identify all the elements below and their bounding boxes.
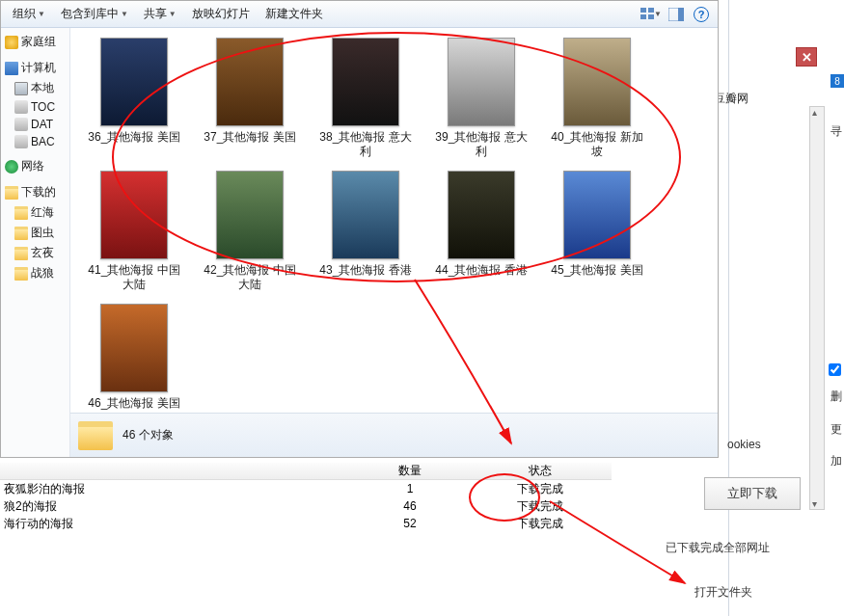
sidebar-homegroup[interactable]: 家庭组 (3, 32, 68, 52)
sidebar-folder[interactable]: 红海 (13, 202, 68, 223)
side-panel: ✕ 8 浏览豆瓣网 寻 删 更 ookies 加 (728, 0, 844, 616)
sidebar-folder[interactable]: 图虫 (13, 223, 68, 243)
sidebar-label: 本地 (31, 80, 54, 96)
thumbnail-item[interactable]: 37_其他海报 美国 (204, 38, 296, 159)
toolbar-include[interactable]: 包含到库中 ▼ (55, 4, 134, 24)
sidebar-label: 战狼 (31, 265, 54, 281)
toolbar-label: 组织 (13, 6, 36, 22)
sidebar-drive[interactable]: BAC (13, 133, 68, 150)
home-icon (5, 36, 18, 49)
thumbnail-label: 41_其他海报 中国大陆 (88, 263, 180, 292)
help-button[interactable]: ? (691, 4, 712, 25)
sidebar-network[interactable]: 网络 (3, 156, 68, 176)
sidebar-folder[interactable]: 玄夜 (13, 243, 68, 263)
folder-icon (78, 421, 113, 450)
download-button[interactable]: 立即下载 (704, 477, 801, 510)
thumbnail-item[interactable]: 43_其他海报 香港 (319, 171, 412, 292)
checkbox[interactable] (829, 363, 841, 376)
table-row[interactable]: 狼2的海报46下载完成 (0, 497, 612, 515)
thumbnail-item[interactable]: 36_其他海报 美国 (88, 38, 180, 159)
cell-name: 夜狐影泊的海报 (0, 480, 338, 498)
chevron-down-icon: ▼ (38, 10, 45, 18)
status-bar: 46 个对象 (70, 413, 718, 457)
thumbnail-item[interactable]: 44_其他海报 香港 (435, 171, 528, 292)
help-icon: ? (694, 7, 709, 22)
sidebar-label: 网络 (21, 158, 44, 174)
folder-icon (14, 206, 28, 220)
thumbnail-label: 36_其他海报 美国 (88, 130, 180, 145)
drive-icon (14, 100, 28, 114)
cell-status: 下载完成 (482, 480, 598, 498)
thumbnail-item[interactable]: 46_其他海报 美国 (88, 304, 180, 411)
thumbnails-icon (640, 8, 654, 21)
poster-image (448, 38, 515, 126)
sidebar-label: 下载的 (21, 184, 56, 201)
view-mode-button[interactable]: ▼ (640, 4, 662, 25)
sidebar-folder[interactable]: 战狼 (13, 263, 68, 283)
toolbar-organize[interactable]: 组织 ▼ (7, 4, 51, 24)
sidebar-computer[interactable]: 计算机 (3, 58, 68, 78)
sidebar-drive[interactable]: TOC (13, 98, 68, 116)
sidebar-label: 计算机 (21, 60, 56, 76)
badge: 8 (830, 74, 844, 88)
sidebar: 家庭组 计算机 本地 TOC DAT BAC 网络 下载的 红海 图虫 玄夜 (1, 28, 70, 457)
toolbar: 组织 ▼ 包含到库中 ▼ 共享 ▼ 放映幻灯片 新建文件夹 ▼ (1, 1, 718, 28)
thumbnail-item[interactable]: 38_其他海报 意大利 (319, 38, 412, 159)
table-row[interactable]: 夜狐影泊的海报1下载完成 (0, 480, 612, 497)
preview-pane-button[interactable] (666, 4, 687, 25)
folder-icon (14, 267, 28, 281)
sidebar-label: DAT (31, 118, 53, 131)
label-del: 删 (830, 388, 842, 405)
thumbnail-item[interactable]: 42_其他海报 中国大陆 (204, 171, 296, 292)
sidebar-drive[interactable]: DAT (13, 116, 68, 133)
toolbar-label: 包含到库中 (61, 6, 119, 22)
thumbnail-item[interactable]: 39_其他海报 意大利 (435, 38, 528, 159)
label-replace: 更 (830, 421, 842, 438)
sidebar-drive[interactable]: 本地 (13, 78, 68, 98)
poster-image (563, 38, 631, 126)
poster-image (448, 171, 515, 259)
poster-image (563, 171, 631, 259)
chevron-down-icon: ▼ (121, 10, 128, 18)
thumbnail-label: 37_其他海报 美国 (204, 130, 296, 145)
thumbnail-item[interactable]: 45_其他海报 美国 (551, 171, 643, 292)
sidebar-label: BAC (31, 135, 55, 148)
sidebar-label: 玄夜 (31, 245, 54, 261)
open-folder-link[interactable]: 打开文件夹 (694, 584, 752, 601)
chevron-down-icon: ▼ (654, 10, 662, 18)
cookies-label: ookies (727, 438, 761, 451)
close-button[interactable]: ✕ (796, 47, 817, 67)
computer-icon (5, 62, 18, 75)
thumbnail-item[interactable]: 41_其他海报 中国大陆 (88, 171, 180, 292)
poster-image (100, 38, 168, 126)
poster-image (100, 304, 168, 392)
pane-icon (668, 8, 684, 21)
table-row[interactable]: 海行动的海报52下载完成 (0, 515, 612, 532)
toolbar-share[interactable]: 共享 ▼ (138, 4, 182, 24)
toolbar-newfolder[interactable]: 新建文件夹 (259, 4, 329, 24)
toolbar-slideshow[interactable]: 放映幻灯片 (186, 4, 256, 24)
toolbar-label: 新建文件夹 (265, 6, 323, 22)
cell-status: 下载完成 (482, 515, 598, 533)
thumbnail-label: 42_其他海报 中国大陆 (204, 263, 296, 292)
sidebar-label: TOC (31, 100, 55, 114)
thumbnail-label: 43_其他海报 香港 (319, 263, 412, 278)
sidebar-label: 图虫 (31, 225, 54, 241)
table-header: 数量 状态 (0, 463, 612, 480)
thumbnail-item[interactable]: 40_其他海报 新加坡 (551, 38, 643, 159)
poster-image (332, 171, 399, 259)
svg-rect-0 (640, 8, 646, 13)
cell-name: 海行动的海报 (0, 515, 338, 533)
poster-image (332, 38, 399, 126)
sidebar-downloads[interactable]: 下载的 (3, 182, 68, 202)
th-status: 状态 (482, 462, 598, 480)
folder-icon (14, 247, 28, 260)
th-qty: 数量 (338, 462, 482, 480)
scrollbar[interactable] (809, 106, 825, 510)
network-icon (5, 160, 18, 174)
explorer-window: 组织 ▼ 包含到库中 ▼ 共享 ▼ 放映幻灯片 新建文件夹 ▼ (0, 0, 719, 458)
cell-qty: 46 (338, 498, 482, 514)
poster-image (216, 171, 284, 259)
status-count: 46 个对象 (123, 427, 174, 443)
sidebar-label: 家庭组 (21, 34, 56, 50)
